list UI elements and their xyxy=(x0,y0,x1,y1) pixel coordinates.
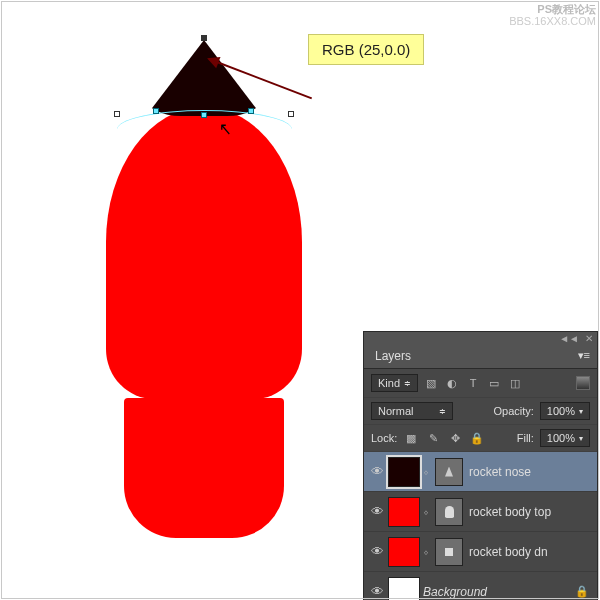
anchor-point-top[interactable] xyxy=(201,35,207,41)
layer-row-rocket-body-top[interactable]: 👁 ⬨ rocket body top xyxy=(364,492,597,532)
visibility-eye-icon[interactable]: 👁 xyxy=(366,584,388,599)
color-callout: RGB (25,0.0) xyxy=(308,34,424,65)
layer-thumb[interactable] xyxy=(388,537,420,567)
opacity-label: Opacity: xyxy=(494,405,534,417)
tab-layers[interactable]: Layers xyxy=(364,344,422,368)
layers-panel[interactable]: ◄◄✕ Layers ▾≡ Kind≑ ▧ ◐ T ▭ ◫ Normal≑ Op… xyxy=(363,331,598,600)
filter-kind-select[interactable]: Kind≑ xyxy=(371,374,418,392)
layer-row-rocket-nose[interactable]: 👁 ⬨ rocket nose xyxy=(364,452,597,492)
layer-name[interactable]: Background xyxy=(423,585,487,599)
link-icon: ⬨ xyxy=(423,546,433,557)
fill-label: Fill: xyxy=(517,432,534,444)
lock-label: Lock: xyxy=(371,432,397,444)
vector-mask-thumb[interactable] xyxy=(435,498,463,526)
filter-adjust-icon[interactable]: ◐ xyxy=(444,376,460,390)
layer-row-background[interactable]: 👁 Background 🔒 xyxy=(364,572,597,600)
bezier-handle[interactable] xyxy=(153,108,159,114)
lock-icon[interactable]: 🔒 xyxy=(575,585,589,598)
panel-collapse-bar[interactable]: ◄◄✕ xyxy=(364,332,597,344)
lock-transparency-icon[interactable]: ▩ xyxy=(403,431,419,445)
layer-name[interactable]: rocket body top xyxy=(469,505,551,519)
rocket-body-dn-shape xyxy=(124,398,284,538)
visibility-eye-icon[interactable]: 👁 xyxy=(366,504,388,519)
watermark-url: BBS.16XX8.COM xyxy=(509,15,596,27)
blend-mode-select[interactable]: Normal≑ xyxy=(371,402,453,420)
anchor-point-right[interactable] xyxy=(288,111,294,117)
layer-thumb[interactable] xyxy=(388,497,420,527)
layers-list: 👁 ⬨ rocket nose 👁 ⬨ rocket body top 👁 ⬨ … xyxy=(364,452,597,600)
visibility-eye-icon[interactable]: 👁 xyxy=(366,464,388,479)
filter-pixel-icon[interactable]: ▧ xyxy=(423,376,439,390)
filter-shape-icon[interactable]: ▭ xyxy=(486,376,502,390)
rocket-body-top-shape xyxy=(106,107,302,399)
layer-name[interactable]: rocket body dn xyxy=(469,545,548,559)
lock-pixels-icon[interactable]: ✎ xyxy=(425,431,441,445)
cursor-arrow-icon: ↖ xyxy=(219,118,232,140)
bezier-handle[interactable] xyxy=(201,112,207,118)
anchor-point-left[interactable] xyxy=(114,111,120,117)
link-icon: ⬨ xyxy=(423,466,433,477)
layer-name[interactable]: rocket nose xyxy=(469,465,531,479)
vector-mask-thumb[interactable] xyxy=(435,538,463,566)
opacity-input[interactable]: 100%▾ xyxy=(540,402,590,420)
layer-thumb[interactable] xyxy=(388,577,420,601)
lock-position-icon[interactable]: ✥ xyxy=(447,431,463,445)
fill-input[interactable]: 100%▾ xyxy=(540,429,590,447)
layer-thumb[interactable] xyxy=(388,457,420,487)
bezier-handle[interactable] xyxy=(248,108,254,114)
layer-filter-row: Kind≑ ▧ ◐ T ▭ ◫ xyxy=(364,369,597,398)
filter-toggle[interactable] xyxy=(576,376,590,390)
filter-smart-icon[interactable]: ◫ xyxy=(507,376,523,390)
rocket-nose-shape[interactable] xyxy=(146,40,262,116)
vector-mask-thumb[interactable] xyxy=(435,458,463,486)
lock-all-icon[interactable]: 🔒 xyxy=(469,431,485,445)
link-icon: ⬨ xyxy=(423,506,433,517)
visibility-eye-icon[interactable]: 👁 xyxy=(366,544,388,559)
layer-row-rocket-body-dn[interactable]: 👁 ⬨ rocket body dn xyxy=(364,532,597,572)
panel-menu-icon[interactable]: ▾≡ xyxy=(571,344,597,368)
filter-type-icon[interactable]: T xyxy=(465,376,481,390)
